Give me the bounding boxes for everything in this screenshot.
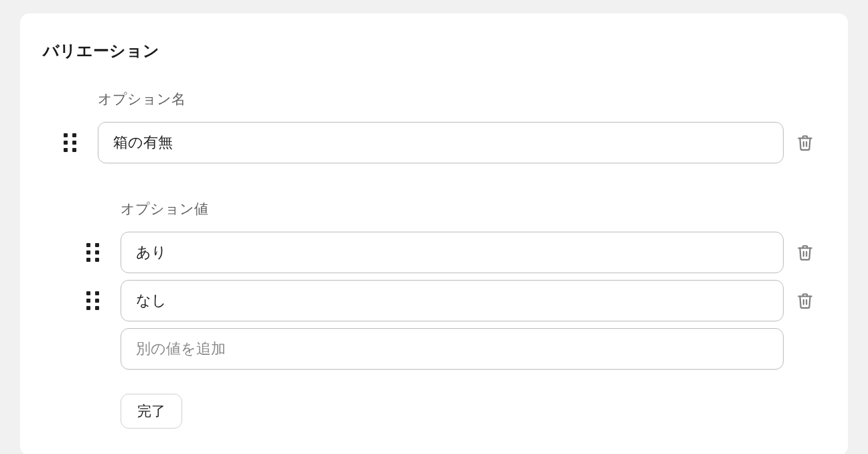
option-values-section: オプション値 (64, 200, 826, 429)
trash-icon (796, 133, 814, 152)
drag-handle-icon[interactable] (86, 243, 99, 262)
section-title: バリエーション (42, 40, 826, 62)
variations-card: バリエーション オプション名 オプション値 (20, 13, 848, 454)
option-values-label: オプション値 (121, 200, 826, 218)
option-value-input[interactable] (121, 232, 784, 273)
option-name-row (42, 122, 826, 163)
done-button[interactable]: 完了 (121, 394, 182, 429)
option-value-row (64, 280, 826, 321)
trash-icon (796, 291, 814, 310)
delete-option-button[interactable] (796, 133, 814, 152)
option-name-label: オプション名 (98, 90, 826, 108)
drag-handle-icon[interactable] (86, 291, 99, 310)
option-value-input[interactable] (121, 280, 784, 321)
add-value-row (64, 328, 826, 370)
add-value-input[interactable] (121, 328, 784, 370)
option-name-input[interactable] (98, 122, 784, 163)
option-value-row (64, 232, 826, 273)
drag-handle-icon[interactable] (64, 133, 76, 152)
trash-icon (796, 243, 814, 262)
done-row: 完了 (64, 376, 826, 429)
delete-value-button[interactable] (796, 291, 814, 310)
delete-value-button[interactable] (796, 243, 814, 262)
